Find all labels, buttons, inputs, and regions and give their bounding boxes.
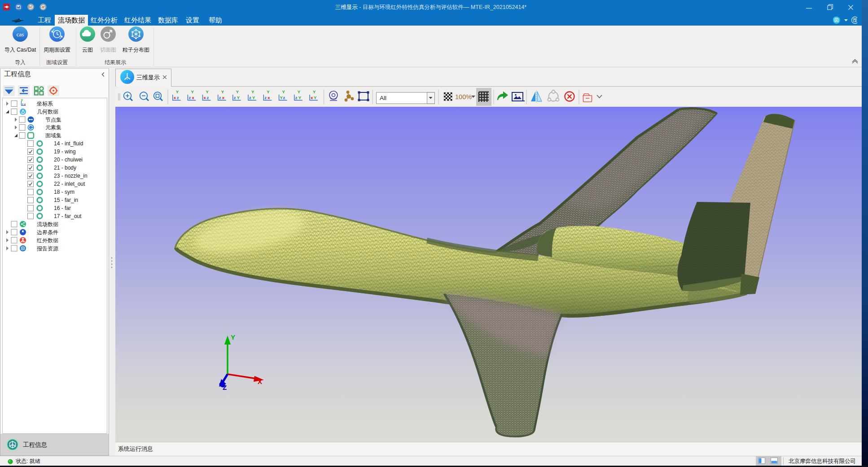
svg-text:21 - body: 21 - body bbox=[54, 165, 76, 171]
svg-text:坐标系: 坐标系 bbox=[36, 100, 53, 107]
svg-text:Y: Y bbox=[280, 95, 283, 100]
svg-text:x: x bbox=[24, 103, 26, 106]
svg-text:z: z bbox=[295, 95, 298, 100]
svg-text:Y: Y bbox=[231, 333, 235, 341]
svg-text:z: z bbox=[283, 95, 285, 100]
svg-text:Y: Y bbox=[251, 89, 254, 94]
svg-text:元素集: 元素集 bbox=[45, 124, 61, 131]
svg-text:x: x bbox=[204, 95, 206, 100]
svg-text:Y: Y bbox=[314, 95, 317, 100]
svg-text:边界条件: 边界条件 bbox=[37, 229, 58, 236]
svg-text:z: z bbox=[234, 95, 236, 100]
svg-text:x: x bbox=[192, 95, 194, 100]
svg-text:Y: Y bbox=[21, 99, 23, 102]
svg-text:20 - chuiwei: 20 - chuiwei bbox=[54, 157, 83, 163]
svg-text:23 - nozzle_in: 23 - nozzle_in bbox=[54, 173, 88, 179]
svg-text:x: x bbox=[267, 95, 270, 100]
svg-text:Y: Y bbox=[176, 89, 179, 94]
svg-text:18 - sym: 18 - sym bbox=[54, 189, 75, 195]
svg-text:x: x bbox=[174, 95, 176, 100]
svg-text:x: x bbox=[311, 95, 313, 100]
svg-text:z: z bbox=[189, 95, 191, 100]
svg-text:z: z bbox=[249, 95, 251, 100]
svg-text:15 - far_in: 15 - far_in bbox=[54, 197, 78, 203]
svg-text:Y: Y bbox=[252, 95, 255, 100]
svg-text:Y: Y bbox=[313, 89, 316, 94]
svg-text:Y: Y bbox=[298, 95, 302, 100]
svg-text:z: z bbox=[264, 95, 267, 100]
svg-text:红外数据: 红外数据 bbox=[36, 237, 58, 244]
svg-text:节点集: 节点集 bbox=[45, 117, 61, 123]
svg-text:流场数据: 流场数据 bbox=[37, 221, 58, 227]
svg-text:Y: Y bbox=[267, 89, 270, 94]
svg-text:x: x bbox=[222, 95, 225, 100]
svg-text:Y: Y bbox=[298, 89, 301, 94]
svg-text:报告资源: 报告资源 bbox=[36, 245, 58, 252]
svg-text:Y: Y bbox=[206, 89, 209, 94]
svg-text:19 - wing: 19 - wing bbox=[54, 148, 76, 155]
svg-text:几何数据: 几何数据 bbox=[37, 109, 58, 115]
svg-text:17 - far_out: 17 - far_out bbox=[54, 213, 82, 219]
svg-text:z: z bbox=[219, 95, 221, 100]
svg-text:Y: Y bbox=[221, 89, 224, 94]
svg-text:Y: Y bbox=[282, 89, 285, 94]
svg-text:Z: Z bbox=[223, 384, 227, 391]
svg-text:Y: Y bbox=[191, 89, 194, 94]
svg-text:Y: Y bbox=[236, 89, 239, 94]
svg-text:14 - int_fluid: 14 - int_fluid bbox=[54, 140, 83, 147]
svg-text:面域集: 面域集 bbox=[45, 132, 61, 139]
svg-text:All: All bbox=[380, 95, 386, 101]
svg-text:z: z bbox=[207, 95, 209, 100]
svg-text:X: X bbox=[258, 378, 262, 385]
svg-text:100%: 100% bbox=[455, 93, 472, 100]
svg-text:Y: Y bbox=[237, 95, 240, 100]
svg-text:22 - inlet_out: 22 - inlet_out bbox=[54, 181, 85, 187]
svg-text:16 - far: 16 - far bbox=[54, 205, 71, 211]
svg-text:z: z bbox=[22, 103, 24, 106]
svg-text:cas: cas bbox=[17, 31, 24, 38]
svg-text:z: z bbox=[177, 95, 179, 100]
